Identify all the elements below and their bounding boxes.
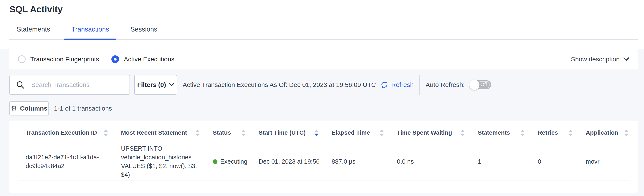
sort-icon: [460, 130, 465, 136]
sort-icon: [241, 130, 246, 136]
radio-active-executions[interactable]: Active Executions: [112, 55, 174, 63]
column-header-time-spent-waiting[interactable]: Time Spent Waiting: [397, 121, 478, 143]
radio-transaction-fingerprints[interactable]: Transaction Fingerprints: [18, 55, 99, 63]
cell-start-time: Dec 01, 2023 at 19:56: [258, 143, 332, 180]
column-header-start-time[interactable]: Start Time (UTC): [258, 121, 332, 143]
transactions-table-card: Transaction Execution ID Most Recent Sta…: [10, 121, 638, 193]
sort-icon: [104, 130, 108, 136]
auto-refresh-label: Auto Refresh:: [426, 81, 465, 88]
view-mode-radio-group: Transaction Fingerprints Active Executio…: [18, 55, 174, 63]
tab-statements[interactable]: Statements: [10, 25, 58, 39]
columns-button-label: Columns: [20, 105, 47, 112]
gear-icon: ⚙: [11, 105, 17, 112]
auto-refresh-toggle[interactable]: Off: [469, 80, 491, 89]
page-title: SQL Activity: [0, 0, 644, 14]
controls-row: Filters (0) Active Transaction Execution…: [10, 75, 638, 95]
cell-retries: 0: [538, 143, 586, 180]
cell-elapsed-time: 887.0 µs: [332, 143, 397, 180]
cell-application: movr: [586, 143, 630, 180]
sort-desc-icon: [314, 130, 319, 136]
table-row[interactable]: da1f21e2-de71-4c1f-a1da- dc9fc94a84a2 UP…: [18, 143, 630, 180]
executing-status-dot: [213, 159, 218, 164]
cell-time-spent-waiting: 0.0 ns: [397, 143, 478, 180]
chevron-down-icon: [623, 57, 630, 61]
column-header-transaction-execution-id[interactable]: Transaction Execution ID: [18, 121, 121, 143]
refresh-label: Refresh: [391, 81, 414, 88]
cell-status: Executing: [213, 143, 258, 180]
result-count: 1-1 of 1 transactions: [54, 105, 112, 112]
show-description-toggle[interactable]: Show description: [571, 56, 630, 63]
cell-statements: 1: [478, 143, 538, 180]
sort-icon: [624, 130, 629, 136]
top-header: SQL Activity Statements Transactions Ses…: [0, 0, 644, 40]
cell-transaction-execution-id: da1f21e2-de71-4c1f-a1da- dc9fc94a84a2: [18, 143, 121, 180]
column-header-statements[interactable]: Statements: [478, 121, 538, 143]
refresh-icon: [380, 81, 388, 89]
tab-transactions[interactable]: Transactions: [64, 25, 116, 39]
filters-button[interactable]: Filters (0): [134, 75, 177, 95]
search-icon: [16, 81, 25, 89]
table-header-row: Transaction Execution ID Most Recent Sta…: [18, 121, 630, 143]
tab-sessions[interactable]: Sessions: [123, 25, 164, 39]
chevron-down-icon: [169, 83, 174, 86]
refresh-button[interactable]: Refresh: [380, 81, 414, 89]
columns-button[interactable]: ⚙ Columns: [10, 101, 49, 115]
as-of-timestamp: Active Transaction Executions As Of: Dec…: [183, 81, 376, 88]
filters-button-label: Filters (0): [137, 81, 166, 88]
column-header-retries[interactable]: Retries: [538, 121, 586, 143]
view-mode-card: Transaction Fingerprints Active Executio…: [10, 49, 638, 69]
toggle-state-label: Off: [478, 81, 490, 88]
status-label: Executing: [220, 158, 247, 165]
page-content: Transaction Fingerprints Active Executio…: [0, 49, 644, 196]
transactions-table: Transaction Execution ID Most Recent Sta…: [18, 121, 630, 181]
cell-most-recent-statement: UPSERT INTO vehicle_location_histories V…: [121, 143, 213, 180]
radio-label: Transaction Fingerprints: [30, 56, 99, 63]
column-header-most-recent-statement[interactable]: Most Recent Statement: [121, 121, 213, 143]
column-header-status[interactable]: Status: [213, 121, 258, 143]
radio-unselected-icon: [18, 55, 26, 63]
radio-label: Active Executions: [124, 56, 174, 63]
column-header-application[interactable]: Application: [586, 121, 630, 143]
sort-icon: [568, 130, 573, 136]
search-input[interactable]: [10, 75, 130, 95]
sort-icon: [520, 130, 525, 136]
search-box: [10, 75, 130, 95]
table-toolbar: ⚙ Columns 1-1 of 1 transactions: [10, 101, 638, 115]
radio-selected-icon: [112, 55, 119, 63]
sort-icon: [380, 130, 384, 136]
sort-icon: [195, 130, 200, 136]
tab-bar: Statements Transactions Sessions: [10, 25, 638, 40]
vertical-divider: [419, 75, 420, 95]
show-description-label: Show description: [571, 56, 620, 63]
column-header-elapsed-time[interactable]: Elapsed Time: [332, 121, 397, 143]
